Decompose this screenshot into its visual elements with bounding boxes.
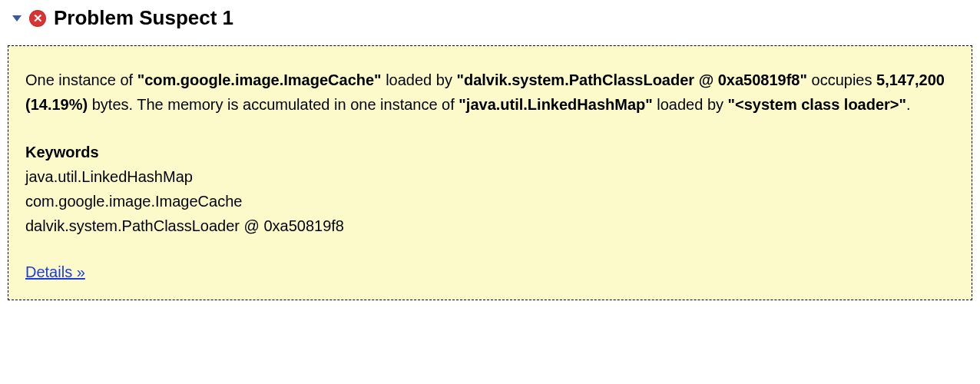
desc-text: occupies xyxy=(807,71,876,88)
chevron-down-icon[interactable] xyxy=(12,15,22,22)
keyword-item: com.google.image.ImageCache xyxy=(25,189,955,214)
desc-text: . xyxy=(906,96,911,113)
suspect-class: "com.google.image.ImageCache" xyxy=(137,71,382,88)
section-header: ✕ Problem Suspect 1 xyxy=(8,6,972,30)
desc-text: loaded by xyxy=(653,96,728,113)
accumulated-class: "java.util.LinkedHashMap" xyxy=(459,96,652,113)
section-title: Problem Suspect 1 xyxy=(54,6,233,30)
system-loader: "<system class loader>" xyxy=(728,96,906,113)
suspect-description: One instance of "com.google.image.ImageC… xyxy=(25,68,955,117)
keywords-section: Keywords java.util.LinkedHashMap com.goo… xyxy=(25,140,955,238)
keyword-item: java.util.LinkedHashMap xyxy=(25,164,955,189)
error-icon: ✕ xyxy=(29,10,46,27)
keyword-item: dalvik.system.PathClassLoader @ 0xa50819… xyxy=(25,214,955,238)
desc-text: loaded by xyxy=(382,71,457,88)
desc-text: bytes. The memory is accumulated in one … xyxy=(88,96,459,113)
suspect-loader: "dalvik.system.PathClassLoader @ 0xa5081… xyxy=(456,71,806,88)
desc-text: One instance of xyxy=(25,71,137,88)
problem-suspect-panel: One instance of "com.google.image.ImageC… xyxy=(8,45,972,300)
keywords-heading: Keywords xyxy=(25,140,955,164)
details-link[interactable]: Details » xyxy=(25,263,85,280)
keywords-list: java.util.LinkedHashMap com.google.image… xyxy=(25,164,955,238)
